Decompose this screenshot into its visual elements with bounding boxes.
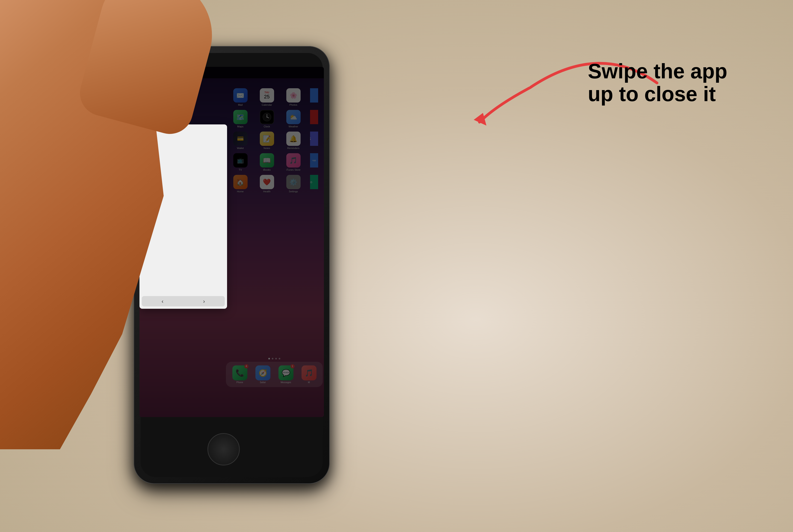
nav-forward-arrow[interactable]: › bbox=[203, 298, 205, 305]
home-button[interactable] bbox=[207, 433, 240, 466]
annotation-text-block: Swipe the app up to close it bbox=[588, 60, 749, 106]
app-switcher-nav: ‹ › bbox=[142, 296, 225, 306]
annotation-line1: Swipe the app bbox=[588, 60, 749, 83]
svg-marker-4 bbox=[474, 113, 486, 126]
annotation-line2: up to close it bbox=[588, 83, 749, 106]
annotation-container: Swipe the app up to close it bbox=[415, 18, 761, 180]
nav-back-arrow[interactable]: ‹ bbox=[162, 298, 163, 305]
